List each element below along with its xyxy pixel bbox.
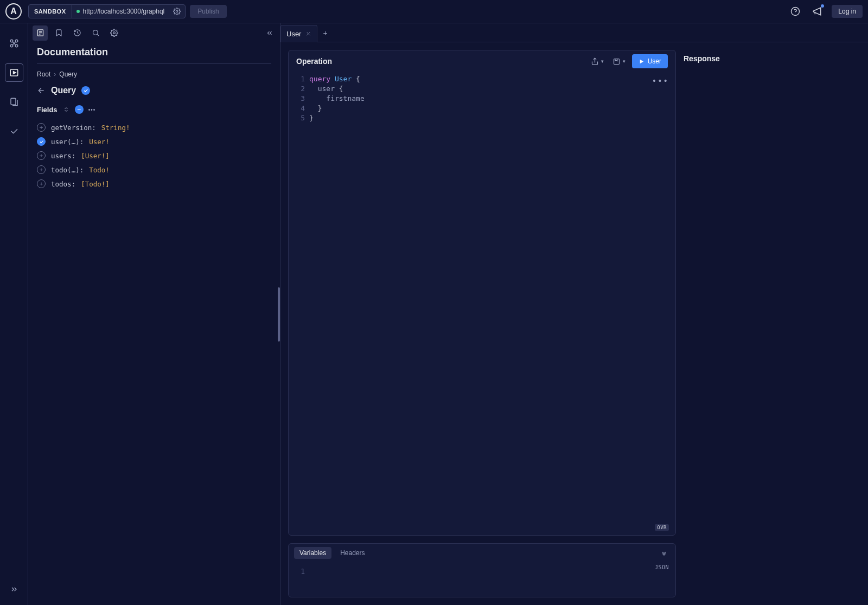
code-line: firstname <box>309 94 675 104</box>
run-button-label: User <box>648 57 661 65</box>
expand-rail-icon[interactable] <box>5 580 23 598</box>
tab-close-icon[interactable] <box>305 31 311 37</box>
search-icon[interactable] <box>88 25 103 41</box>
field-add-icon[interactable]: + <box>37 179 46 188</box>
tab-user[interactable]: User <box>280 25 317 42</box>
fields-label: Fields <box>37 106 58 114</box>
field-type: String! <box>101 124 130 132</box>
svg-rect-23 <box>614 59 619 64</box>
svg-point-16 <box>93 30 98 35</box>
field-item[interactable]: user(…): User! <box>37 134 271 149</box>
left-rail <box>0 23 28 605</box>
operation-panel: Operation ▾ ▾ User <box>288 50 676 536</box>
history-icon[interactable] <box>69 25 85 41</box>
code-line: query User { <box>309 74 675 84</box>
field-item[interactable]: +users: [User!] <box>37 149 271 163</box>
variables-panel: Variables Headers 1 JSON <box>288 543 676 597</box>
back-arrow-icon[interactable] <box>37 86 46 95</box>
field-type: User! <box>89 138 110 146</box>
documentation-title: Documentation <box>37 42 271 64</box>
field-selected-icon[interactable] <box>37 137 46 146</box>
field-type: Todo! <box>89 166 110 174</box>
svg-rect-11 <box>11 98 16 105</box>
run-button[interactable]: User <box>632 54 668 68</box>
tab-headers[interactable]: Headers <box>335 547 370 559</box>
field-type: [Todo!] <box>81 180 110 188</box>
operation-title: Operation <box>296 57 584 66</box>
schema-icon[interactable] <box>5 34 23 53</box>
breadcrumb-sep-icon: › <box>54 70 56 78</box>
bookmark-icon[interactable] <box>51 25 66 41</box>
breadcrumb: Root › Query <box>28 70 280 78</box>
editor-more-icon[interactable]: ••• <box>652 76 669 85</box>
explorer-icon[interactable] <box>5 63 23 82</box>
line-number: 1 <box>289 74 305 84</box>
collapse-panel-icon[interactable] <box>264 27 276 39</box>
overwrite-badge[interactable]: OVR <box>655 524 669 531</box>
type-check-badge-icon <box>81 86 90 95</box>
line-number: 3 <box>289 94 305 104</box>
field-item[interactable]: +todo(…): Todo! <box>37 163 271 177</box>
line-number: 1 <box>289 567 305 576</box>
variables-editor[interactable]: 1 JSON <box>289 562 675 581</box>
line-number: 5 <box>289 113 305 123</box>
line-number: 2 <box>289 84 305 94</box>
chevron-down-icon: ▾ <box>623 59 626 64</box>
collapse-all-icon[interactable]: − <box>75 105 84 114</box>
publish-button[interactable]: Publish <box>190 5 226 18</box>
collapse-variables-icon[interactable] <box>658 547 670 559</box>
sort-icon[interactable] <box>62 105 71 114</box>
endpoint-settings-icon[interactable] <box>169 5 185 18</box>
checks-icon[interactable] <box>5 122 23 140</box>
type-name: Query <box>51 86 76 95</box>
operation-editor[interactable]: 12345 query User { user { firstname }} •… <box>289 72 675 535</box>
code-line: } <box>309 104 675 113</box>
svg-point-18 <box>113 32 115 34</box>
breadcrumb-root[interactable]: Root <box>37 70 50 78</box>
endpoint-url[interactable]: http://localhost:3000/graphql <box>72 8 169 15</box>
tab-label: User <box>286 30 301 38</box>
sandbox-label: SANDBOX <box>29 5 72 18</box>
field-add-icon[interactable]: + <box>37 151 46 160</box>
help-icon[interactable] <box>788 4 802 18</box>
line-number: 4 <box>289 104 305 113</box>
endpoint-url-text: http://localhost:3000/graphql <box>83 8 165 15</box>
field-add-icon[interactable]: + <box>37 123 46 132</box>
field-item[interactable]: +getVersion: String! <box>37 120 271 134</box>
chevron-down-icon: ▾ <box>601 59 604 64</box>
tab-add-icon[interactable]: + <box>317 24 333 42</box>
svg-marker-24 <box>640 59 643 63</box>
sandbox-chip: SANDBOX http://localhost:3000/graphql <box>28 4 186 18</box>
announcements-icon[interactable] <box>810 4 824 18</box>
diff-icon[interactable] <box>5 93 23 111</box>
response-title: Response <box>684 54 860 63</box>
field-signature: todos: <box>51 180 75 188</box>
panel-resize-handle[interactable] <box>278 287 280 342</box>
tab-bar: User + <box>280 23 868 42</box>
response-panel: Response <box>684 50 860 597</box>
code-line: } <box>309 113 675 123</box>
login-button[interactable]: Log in <box>832 5 863 18</box>
share-icon[interactable]: ▾ <box>589 55 606 68</box>
field-item[interactable]: +todos: [Todo!] <box>37 177 271 191</box>
field-list: +getVersion: String!user(…): User!+users… <box>28 120 280 191</box>
field-add-icon[interactable]: + <box>37 165 46 174</box>
apollo-logo[interactable]: A <box>5 3 22 20</box>
breadcrumb-query[interactable]: Query <box>59 70 77 78</box>
field-signature: users: <box>51 152 75 160</box>
field-type: [User!] <box>81 152 110 160</box>
settings-icon[interactable] <box>106 25 122 41</box>
field-signature: user(…): <box>51 138 84 146</box>
tab-variables[interactable]: Variables <box>294 547 331 559</box>
field-signature: todo(…): <box>51 166 84 174</box>
save-collection-icon[interactable]: ▾ <box>610 55 628 68</box>
svg-marker-10 <box>13 72 16 74</box>
doc-reference-icon[interactable] <box>33 25 48 41</box>
notification-dot-icon <box>821 4 824 8</box>
top-bar: A SANDBOX http://localhost:3000/graphql … <box>0 0 868 23</box>
fields-more-icon[interactable]: ••• <box>88 105 97 114</box>
json-badge[interactable]: JSON <box>655 564 669 578</box>
svg-line-17 <box>97 34 99 36</box>
connection-status-dot <box>76 10 80 13</box>
code-line: user { <box>309 84 675 94</box>
